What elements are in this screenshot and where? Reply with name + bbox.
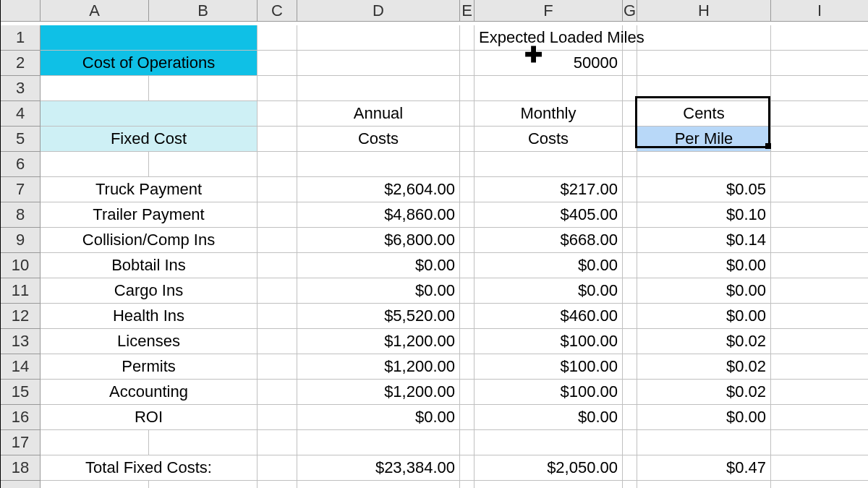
cell-C5[interactable] <box>258 127 297 152</box>
cell-Cr8[interactable] <box>258 202 297 228</box>
cell-Ir8[interactable] <box>771 202 868 228</box>
cell-C2[interactable] <box>258 51 297 76</box>
row-header-14[interactable]: 14 <box>1 354 41 380</box>
row-header-7[interactable]: 7 <box>1 177 41 202</box>
row-header-3[interactable]: 3 <box>1 76 41 101</box>
item-annual-9[interactable]: $0.00 <box>297 405 460 430</box>
cell-r3-7[interactable] <box>637 76 771 101</box>
cell-Cr15[interactable] <box>258 380 297 405</box>
item-cpm-7[interactable]: $0.02 <box>637 354 771 380</box>
item-cpm-3[interactable]: $0.00 <box>637 253 771 278</box>
cell-Ir12[interactable] <box>771 304 868 329</box>
row-header-10[interactable]: 10 <box>1 253 41 278</box>
cell-Ir7[interactable] <box>771 177 868 202</box>
cell-F4[interactable]: Monthly <box>475 101 623 127</box>
row-header-19[interactable] <box>1 481 41 488</box>
item-annual-7[interactable]: $1,200.00 <box>297 354 460 380</box>
cell-G2[interactable] <box>623 51 637 76</box>
item-name-6[interactable]: Licenses <box>41 329 258 354</box>
row-header-18[interactable]: 18 <box>1 455 41 481</box>
cell-Er13[interactable] <box>460 329 475 354</box>
cell-Cr14[interactable] <box>258 354 297 380</box>
cell-Cr10[interactable] <box>258 253 297 278</box>
col-header-G[interactable]: G <box>623 0 637 22</box>
cell-r19-7[interactable] <box>637 481 771 488</box>
cell-r6-8[interactable] <box>771 152 868 177</box>
cell-F5[interactable]: Costs <box>475 127 623 152</box>
row-header-12[interactable]: 12 <box>1 304 41 329</box>
cell-r3-1[interactable] <box>149 76 258 101</box>
total-cpm[interactable]: $0.47 <box>637 455 771 481</box>
row-header-8[interactable]: 8 <box>1 202 41 228</box>
cell-C4[interactable] <box>258 101 297 127</box>
cell-G5[interactable] <box>623 127 637 152</box>
cell-Gr8[interactable] <box>623 202 637 228</box>
item-name-2[interactable]: Collision/Comp Ins <box>41 228 258 253</box>
cell-r17-0[interactable] <box>41 430 149 455</box>
item-name-9[interactable]: ROI <box>41 405 258 430</box>
item-cpm-4[interactable]: $0.00 <box>637 278 771 304</box>
cell-Gr14[interactable] <box>623 354 637 380</box>
cell-r17-3[interactable] <box>297 430 460 455</box>
item-cpm-8[interactable]: $0.02 <box>637 380 771 405</box>
row-header-17[interactable]: 17 <box>1 430 41 455</box>
row-header-6[interactable]: 6 <box>1 152 41 177</box>
item-cpm-6[interactable]: $0.02 <box>637 329 771 354</box>
cell-r19-4[interactable] <box>460 481 475 488</box>
cell-Er12[interactable] <box>460 304 475 329</box>
row-header-9[interactable]: 9 <box>1 228 41 253</box>
item-name-4[interactable]: Cargo Ins <box>41 278 258 304</box>
cell-D4[interactable]: Annual <box>297 101 460 127</box>
cell-r19-5[interactable] <box>475 481 623 488</box>
cell-C1[interactable] <box>258 25 297 51</box>
cell-r17-5[interactable] <box>475 430 623 455</box>
cell-r6-2[interactable] <box>258 152 297 177</box>
cell-Er16[interactable] <box>460 405 475 430</box>
cell-H1[interactable] <box>637 25 771 51</box>
col-header-A[interactable]: A <box>41 0 149 22</box>
cell-Er8[interactable] <box>460 202 475 228</box>
cell-D5[interactable]: Costs <box>297 127 460 152</box>
cell-Ir11[interactable] <box>771 278 868 304</box>
cell-Gr11[interactable] <box>623 278 637 304</box>
cell-r3-5[interactable] <box>475 76 623 101</box>
cell-I4[interactable] <box>771 101 868 127</box>
cell-Er15[interactable] <box>460 380 475 405</box>
cell-r3-3[interactable] <box>297 76 460 101</box>
item-cpm-2[interactable]: $0.14 <box>637 228 771 253</box>
cell-E5[interactable] <box>460 127 475 152</box>
cell-I5[interactable] <box>771 127 868 152</box>
cell-G18[interactable] <box>623 455 637 481</box>
select-all-corner[interactable] <box>1 0 41 22</box>
cell-r17-4[interactable] <box>460 430 475 455</box>
cell-Ir10[interactable] <box>771 253 868 278</box>
col-header-E[interactable]: E <box>460 0 475 22</box>
cell-r6-7[interactable] <box>637 152 771 177</box>
cell-Gr15[interactable] <box>623 380 637 405</box>
item-name-3[interactable]: Bobtail Ins <box>41 253 258 278</box>
row-header-13[interactable]: 13 <box>1 329 41 354</box>
item-annual-5[interactable]: $5,520.00 <box>297 304 460 329</box>
row-header-16[interactable]: 16 <box>1 405 41 430</box>
cell-I18[interactable] <box>771 455 868 481</box>
item-annual-1[interactable]: $4,860.00 <box>297 202 460 228</box>
row-header-15[interactable]: 15 <box>1 380 41 405</box>
total-monthly[interactable]: $2,050.00 <box>475 455 623 481</box>
cell-Gr10[interactable] <box>623 253 637 278</box>
cell-D2[interactable] <box>297 51 460 76</box>
cell-E2[interactable] <box>460 51 475 76</box>
total-annual[interactable]: $23,384.00 <box>297 455 460 481</box>
cell-r6-6[interactable] <box>623 152 637 177</box>
col-header-H[interactable]: H <box>637 0 771 22</box>
item-cpm-0[interactable]: $0.05 <box>637 177 771 202</box>
cell-r6-3[interactable] <box>297 152 460 177</box>
item-monthly-2[interactable]: $668.00 <box>475 228 623 253</box>
cell-r3-0[interactable] <box>41 76 149 101</box>
cell-A4[interactable] <box>41 101 258 127</box>
cell-H2[interactable] <box>637 51 771 76</box>
cell-D1[interactable] <box>297 25 460 51</box>
row-header-1[interactable]: 1 <box>1 25 41 51</box>
cell-Er10[interactable] <box>460 253 475 278</box>
col-header-C[interactable]: C <box>258 0 297 22</box>
cell-Er14[interactable] <box>460 354 475 380</box>
